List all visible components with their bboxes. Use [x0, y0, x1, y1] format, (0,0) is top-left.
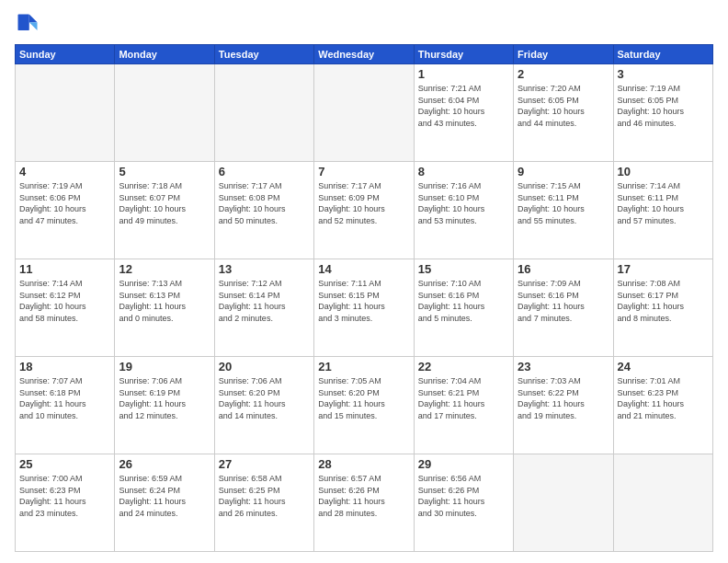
- day-number: 20: [219, 360, 310, 373]
- day-number: 7: [318, 165, 409, 178]
- calendar-cell: [214, 64, 313, 162]
- calendar-week-1: 4Sunrise: 7:19 AM Sunset: 6:06 PM Daylig…: [16, 162, 713, 259]
- day-number: 21: [318, 360, 409, 373]
- day-number: 3: [618, 67, 709, 81]
- day-number: 25: [19, 457, 110, 471]
- calendar-cell: [314, 64, 414, 162]
- day-header-tuesday: Tuesday: [214, 45, 313, 64]
- day-number: 23: [518, 360, 609, 373]
- calendar-cell: 20Sunrise: 7:06 AM Sunset: 6:20 PM Dayli…: [214, 357, 313, 454]
- calendar-cell: [16, 64, 115, 162]
- calendar-cell: 15Sunrise: 7:10 AM Sunset: 6:16 PM Dayli…: [414, 259, 513, 357]
- day-info: Sunrise: 7:05 AM Sunset: 6:20 PM Dayligh…: [318, 375, 409, 421]
- calendar-cell: 23Sunrise: 7:03 AM Sunset: 6:22 PM Dayli…: [514, 357, 613, 454]
- day-info: Sunrise: 7:00 AM Sunset: 6:23 PM Dayligh…: [19, 473, 110, 519]
- calendar-cell: 5Sunrise: 7:18 AM Sunset: 6:07 PM Daylig…: [115, 162, 214, 259]
- day-number: 27: [219, 457, 310, 471]
- day-info: Sunrise: 7:12 AM Sunset: 6:14 PM Dayligh…: [219, 278, 310, 324]
- calendar-body: 1Sunrise: 7:21 AM Sunset: 6:04 PM Daylig…: [16, 64, 713, 552]
- day-number: 2: [518, 67, 609, 81]
- day-number: 4: [19, 165, 110, 178]
- day-info: Sunrise: 7:09 AM Sunset: 6:16 PM Dayligh…: [518, 278, 609, 324]
- day-info: Sunrise: 7:17 AM Sunset: 6:08 PM Dayligh…: [219, 180, 310, 226]
- day-number: 8: [418, 165, 509, 178]
- day-info: Sunrise: 7:03 AM Sunset: 6:22 PM Dayligh…: [518, 375, 609, 421]
- day-info: Sunrise: 7:15 AM Sunset: 6:11 PM Dayligh…: [518, 180, 609, 226]
- calendar-week-2: 11Sunrise: 7:14 AM Sunset: 6:12 PM Dayli…: [16, 259, 713, 357]
- day-number: 14: [318, 262, 409, 276]
- day-info: Sunrise: 7:07 AM Sunset: 6:18 PM Dayligh…: [19, 375, 110, 421]
- calendar-cell: [115, 64, 214, 162]
- day-number: 10: [618, 165, 709, 178]
- day-number: 29: [418, 457, 509, 471]
- calendar-cell: 27Sunrise: 6:58 AM Sunset: 6:25 PM Dayli…: [214, 454, 313, 552]
- day-info: Sunrise: 7:04 AM Sunset: 6:21 PM Dayligh…: [418, 375, 509, 421]
- day-info: Sunrise: 7:10 AM Sunset: 6:16 PM Dayligh…: [418, 278, 509, 324]
- calendar-cell: 19Sunrise: 7:06 AM Sunset: 6:19 PM Dayli…: [115, 357, 214, 454]
- day-info: Sunrise: 7:13 AM Sunset: 6:13 PM Dayligh…: [119, 278, 210, 324]
- svg-rect-2: [18, 15, 29, 31]
- calendar-cell: 13Sunrise: 7:12 AM Sunset: 6:14 PM Dayli…: [214, 259, 313, 357]
- day-info: Sunrise: 7:01 AM Sunset: 6:23 PM Dayligh…: [618, 375, 709, 421]
- calendar-cell: 22Sunrise: 7:04 AM Sunset: 6:21 PM Dayli…: [414, 357, 513, 454]
- day-number: 9: [518, 165, 609, 178]
- day-info: Sunrise: 7:19 AM Sunset: 6:05 PM Dayligh…: [618, 83, 709, 129]
- calendar-cell: 18Sunrise: 7:07 AM Sunset: 6:18 PM Dayli…: [16, 357, 115, 454]
- day-info: Sunrise: 7:06 AM Sunset: 6:19 PM Dayligh…: [119, 375, 210, 421]
- calendar-header: SundayMondayTuesdayWednesdayThursdayFrid…: [16, 45, 713, 64]
- day-number: 19: [119, 360, 210, 373]
- day-info: Sunrise: 7:18 AM Sunset: 6:07 PM Dayligh…: [119, 180, 210, 226]
- svg-marker-1: [29, 22, 38, 30]
- day-info: Sunrise: 7:16 AM Sunset: 6:10 PM Dayligh…: [418, 180, 509, 226]
- day-info: Sunrise: 7:20 AM Sunset: 6:05 PM Dayligh…: [518, 83, 609, 129]
- day-number: 22: [418, 360, 509, 373]
- logo: [15, 11, 44, 37]
- calendar-cell: 4Sunrise: 7:19 AM Sunset: 6:06 PM Daylig…: [16, 162, 115, 259]
- day-info: Sunrise: 6:57 AM Sunset: 6:26 PM Dayligh…: [318, 473, 409, 519]
- day-info: Sunrise: 7:21 AM Sunset: 6:04 PM Dayligh…: [418, 83, 509, 129]
- day-number: 16: [518, 262, 609, 276]
- calendar-cell: 24Sunrise: 7:01 AM Sunset: 6:23 PM Dayli…: [613, 357, 712, 454]
- day-info: Sunrise: 6:59 AM Sunset: 6:24 PM Dayligh…: [119, 473, 210, 519]
- day-header-monday: Monday: [115, 45, 214, 64]
- calendar-cell: 2Sunrise: 7:20 AM Sunset: 6:05 PM Daylig…: [514, 64, 613, 162]
- page: SundayMondayTuesdayWednesdayThursdayFrid…: [0, 0, 728, 563]
- day-number: 28: [318, 457, 409, 471]
- day-number: 1: [418, 67, 509, 81]
- day-number: 6: [219, 165, 310, 178]
- calendar-cell: 29Sunrise: 6:56 AM Sunset: 6:26 PM Dayli…: [414, 454, 513, 552]
- calendar-cell: 17Sunrise: 7:08 AM Sunset: 6:17 PM Dayli…: [613, 259, 712, 357]
- day-info: Sunrise: 7:14 AM Sunset: 6:11 PM Dayligh…: [618, 180, 709, 226]
- calendar-cell: 12Sunrise: 7:13 AM Sunset: 6:13 PM Dayli…: [115, 259, 214, 357]
- calendar-cell: 10Sunrise: 7:14 AM Sunset: 6:11 PM Dayli…: [613, 162, 712, 259]
- calendar-cell: [514, 454, 613, 552]
- calendar-cell: 21Sunrise: 7:05 AM Sunset: 6:20 PM Dayli…: [314, 357, 414, 454]
- day-header-friday: Friday: [514, 45, 613, 64]
- calendar-cell: 6Sunrise: 7:17 AM Sunset: 6:08 PM Daylig…: [214, 162, 313, 259]
- day-info: Sunrise: 7:14 AM Sunset: 6:12 PM Dayligh…: [19, 278, 110, 324]
- day-number: 15: [418, 262, 509, 276]
- day-number: 12: [119, 262, 210, 276]
- calendar-cell: 3Sunrise: 7:19 AM Sunset: 6:05 PM Daylig…: [613, 64, 712, 162]
- day-info: Sunrise: 7:19 AM Sunset: 6:06 PM Dayligh…: [19, 180, 110, 226]
- calendar-cell: 7Sunrise: 7:17 AM Sunset: 6:09 PM Daylig…: [314, 162, 414, 259]
- day-number: 18: [19, 360, 110, 373]
- day-info: Sunrise: 7:17 AM Sunset: 6:09 PM Dayligh…: [318, 180, 409, 226]
- calendar-week-0: 1Sunrise: 7:21 AM Sunset: 6:04 PM Daylig…: [16, 64, 713, 162]
- days-header-row: SundayMondayTuesdayWednesdayThursdayFrid…: [16, 45, 713, 64]
- svg-marker-0: [29, 15, 38, 23]
- calendar-week-3: 18Sunrise: 7:07 AM Sunset: 6:18 PM Dayli…: [16, 357, 713, 454]
- calendar-cell: 8Sunrise: 7:16 AM Sunset: 6:10 PM Daylig…: [414, 162, 513, 259]
- day-header-thursday: Thursday: [414, 45, 513, 64]
- logo-icon: [15, 11, 40, 37]
- day-number: 26: [119, 457, 210, 471]
- day-info: Sunrise: 7:11 AM Sunset: 6:15 PM Dayligh…: [318, 278, 409, 324]
- calendar-cell: 26Sunrise: 6:59 AM Sunset: 6:24 PM Dayli…: [115, 454, 214, 552]
- calendar-week-4: 25Sunrise: 7:00 AM Sunset: 6:23 PM Dayli…: [16, 454, 713, 552]
- day-info: Sunrise: 6:58 AM Sunset: 6:25 PM Dayligh…: [219, 473, 310, 519]
- calendar-cell: 25Sunrise: 7:00 AM Sunset: 6:23 PM Dayli…: [16, 454, 115, 552]
- calendar-cell: 9Sunrise: 7:15 AM Sunset: 6:11 PM Daylig…: [514, 162, 613, 259]
- day-header-saturday: Saturday: [613, 45, 712, 64]
- day-number: 11: [19, 262, 110, 276]
- calendar-cell: [613, 454, 712, 552]
